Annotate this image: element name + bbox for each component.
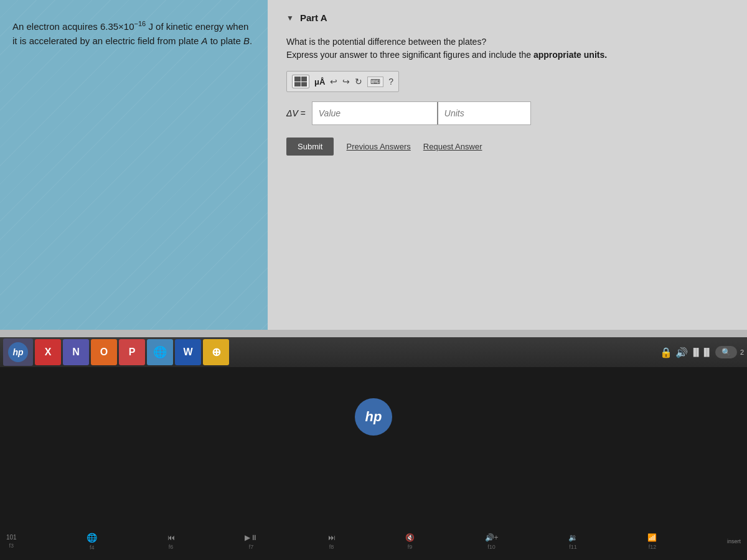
problem-statement: An electron acquires 6.35×10−16 J of kin… — [12, 19, 255, 48]
f9-icon: 🔇 — [405, 533, 415, 542]
delta-v-label: ΔV = — [286, 108, 306, 118]
units-input[interactable] — [437, 102, 530, 124]
f12-icon: 📶 — [647, 533, 657, 542]
fn-key-f11[interactable]: 🔉 f11 — [568, 533, 578, 550]
main-content-area: An electron acquires 6.35×10−16 J of kin… — [0, 0, 747, 330]
question-line2: Express your answer to three significant… — [286, 49, 728, 62]
function-key-bar: 101 f3 🌐 f4 ⏮ f6 ▶⏸ f7 ⏭ f8 🔇 f9 🔊+ f10 … — [0, 523, 747, 560]
taskbar-app-w[interactable]: W — [175, 339, 201, 365]
f7-icon: ▶⏸ — [245, 533, 258, 542]
center-hp-logo: hp — [355, 398, 392, 436]
keyboard-button[interactable]: ⌨ — [367, 77, 383, 87]
search-box[interactable]: 🔍 — [715, 346, 737, 358]
f7-number: f7 — [249, 544, 254, 550]
answer-toolbar: μÅ ↩ ↪ ↻ ⌨ ? — [286, 71, 399, 92]
question-text: What is the potential difference between… — [286, 35, 728, 62]
fn-key-f6[interactable]: ⏮ f6 — [167, 533, 175, 550]
lock-icon: 🔒 — [660, 347, 672, 358]
f12-number: f12 — [649, 544, 657, 550]
request-answer-link[interactable]: Request Answer — [423, 142, 482, 151]
grid-icon — [294, 77, 307, 86]
help-button[interactable]: ? — [388, 77, 393, 86]
fn-key-f3[interactable]: 101 f3 — [6, 534, 17, 549]
part-header: ▼ Part A — [286, 12, 728, 23]
fn-key-f8[interactable]: ⏭ f8 — [328, 533, 336, 550]
fn-key-insert[interactable]: insert — [727, 538, 741, 544]
value-input[interactable] — [312, 102, 437, 124]
taskbar-app-p[interactable]: P — [119, 339, 145, 365]
taskbar-app-browser[interactable]: ⊕ — [203, 339, 229, 365]
part-label: Part A — [300, 12, 327, 23]
insert-label: insert — [727, 538, 741, 544]
f8-icon: ⏭ — [328, 533, 336, 542]
f10-icon: 🔊+ — [485, 533, 499, 542]
f3-number: f3 — [9, 543, 14, 549]
time-display: 2 — [740, 348, 744, 356]
taskbar: hp X N O P 🌐 W ⊕ 🔒 🔊 ▐▌▐▌ 🔍 2 — [0, 337, 747, 367]
f9-number: f9 — [408, 544, 413, 550]
taskbar-app-x[interactable]: X — [35, 339, 61, 365]
answer-input-row: ΔV = — [286, 101, 728, 125]
fn-key-f12[interactable]: 📶 f12 — [647, 533, 657, 550]
volume-icon[interactable]: 🔊 — [675, 347, 688, 358]
search-icon: 🔍 — [721, 348, 731, 357]
question-panel: ▼ Part A What is the potential differenc… — [268, 0, 747, 330]
f4-icon: 🌐 — [87, 533, 97, 543]
undo-button[interactable]: ↩ — [330, 77, 337, 86]
f11-number: f11 — [569, 544, 577, 550]
taskbar-app-n[interactable]: N — [63, 339, 89, 365]
hp-logo: hp — [8, 342, 28, 362]
f8-number: f8 — [329, 544, 334, 550]
signal-bars-icon: ▐▌▐▌ — [691, 348, 712, 357]
f10-number: f10 — [487, 544, 496, 550]
previous-answers-link[interactable]: Previous Answers — [346, 142, 410, 151]
dropdown-arrow-icon[interactable]: ▼ — [286, 14, 294, 22]
refresh-button[interactable]: ↻ — [355, 77, 362, 86]
fn-key-f9[interactable]: 🔇 f9 — [405, 533, 415, 550]
fn-key-f10[interactable]: 🔊+ f10 — [485, 533, 499, 550]
fn-key-f4[interactable]: 🌐 f4 — [87, 533, 97, 551]
redo-button[interactable]: ↪ — [342, 77, 350, 86]
f11-icon: 🔉 — [568, 533, 578, 542]
f4-number: f4 — [90, 544, 95, 551]
problem-panel: An electron acquires 6.35×10−16 J of kin… — [0, 0, 268, 330]
format-grid-button[interactable] — [292, 75, 309, 88]
f3-label: 101 — [6, 534, 17, 541]
submit-row: Submit Previous Answers Request Answer — [286, 138, 728, 156]
taskbar-app-globe[interactable]: 🌐 — [147, 339, 173, 365]
start-button[interactable]: hp — [3, 338, 33, 366]
fn-key-f7[interactable]: ▶⏸ f7 — [245, 533, 258, 550]
mu-symbol-button[interactable]: μÅ — [314, 77, 325, 86]
question-line1: What is the potential difference between… — [286, 35, 728, 49]
answer-input-wrapper — [312, 101, 531, 125]
f6-icon: ⏮ — [167, 533, 175, 542]
submit-button[interactable]: Submit — [286, 138, 334, 156]
taskbar-app-o[interactable]: O — [91, 339, 117, 365]
f6-number: f6 — [169, 544, 174, 550]
system-tray: 🔒 🔊 ▐▌▐▌ 🔍 2 — [660, 346, 744, 358]
